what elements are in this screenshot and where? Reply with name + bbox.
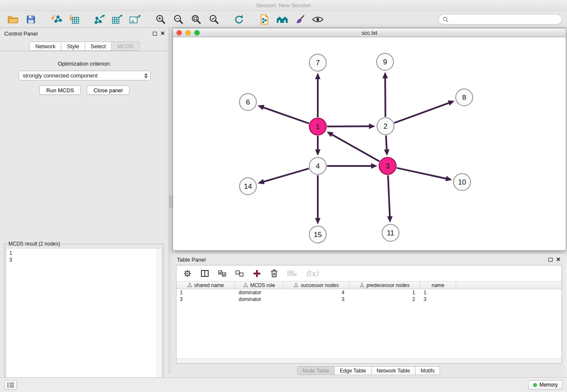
window-close-button[interactable]: ×	[176, 30, 182, 36]
column-label: name	[432, 282, 444, 288]
graph-node-label-9: 9	[383, 58, 387, 66]
refresh-layout-button[interactable]	[230, 13, 248, 26]
create-column-button[interactable]	[253, 269, 261, 278]
search-box[interactable]	[438, 14, 562, 25]
tab-node-table[interactable]: Node Table	[297, 366, 335, 375]
cell-name[interactable]: 1	[420, 290, 456, 295]
table-row[interactable]: 3 dominator 3 2 3	[176, 296, 561, 303]
graph-edge-arrowhead-4-15	[315, 218, 321, 224]
cell-shared-name[interactable]: 1	[176, 290, 235, 295]
column-header-successor-nodes[interactable]: successor nodes	[284, 282, 350, 289]
window-maximize-button[interactable]: +	[194, 30, 200, 36]
tab-edge-table[interactable]: Edge Table	[335, 366, 372, 375]
cell-shared-name[interactable]: 3	[176, 296, 235, 302]
network-view-canvas-container: 7968124314101511	[173, 37, 566, 250]
new-network-button[interactable]	[91, 13, 108, 26]
graph-node-label-10: 10	[458, 178, 466, 186]
checked-boxes-icon	[218, 269, 226, 278]
delete-table-button[interactable]	[287, 270, 297, 277]
tab-network[interactable]: Network	[29, 41, 61, 51]
graph-edge-2-9[interactable]	[385, 77, 385, 117]
select-all-columns-button[interactable]	[218, 269, 226, 278]
export-image-button[interactable]	[126, 13, 144, 26]
zoom-selected-button[interactable]	[205, 13, 223, 26]
graph-edge-arrowhead-2-3	[384, 149, 389, 156]
task-history-button[interactable]	[4, 380, 17, 390]
node-table-container: f(x) shared name MCDS role successor nod…	[176, 265, 562, 364]
column-header-mcds-role[interactable]: MCDS role	[235, 282, 284, 289]
graph-edge-2-3[interactable]	[386, 135, 387, 150]
graph-edge-3-1[interactable]	[331, 134, 380, 161]
graph-edge-1-2[interactable]	[327, 126, 370, 127]
cell-predecessor-nodes[interactable]: 1	[350, 290, 420, 295]
close-panel-button[interactable]: Close panel	[87, 86, 129, 95]
float-panel-icon[interactable]	[153, 32, 157, 36]
graph-edge-arrowhead-2-8	[448, 100, 454, 105]
cell-mcds-role[interactable]: dominator	[235, 296, 284, 302]
column-header-predecessor-nodes[interactable]: predecessor nodes	[350, 282, 420, 289]
cell-mcds-role[interactable]: dominator	[235, 290, 284, 295]
table-header-row: shared name MCDS role successor nodes pr…	[176, 281, 561, 289]
graph-node-label-2: 2	[383, 122, 387, 130]
table-settings-button[interactable]	[183, 269, 192, 278]
table-horizontal-scrollbar[interactable]	[176, 358, 561, 363]
table-row[interactable]: 1 dominator 4 1 1	[176, 289, 561, 296]
graph-edge-3-11[interactable]	[388, 175, 390, 217]
clone-network-button[interactable]	[256, 13, 273, 26]
apply-style-button[interactable]	[291, 13, 309, 26]
gear-icon	[183, 269, 192, 278]
memory-button[interactable]: Memory	[528, 380, 563, 390]
import-table-button[interactable]	[65, 13, 83, 26]
splitter-grip-icon[interactable]	[169, 196, 173, 207]
result-scrollbar[interactable]	[157, 248, 162, 392]
tab-network-table[interactable]: Network Table	[372, 366, 416, 375]
close-panel-icon[interactable]: ×	[161, 30, 165, 36]
zoom-out-icon	[173, 14, 184, 25]
cell-predecessor-nodes[interactable]: 2	[350, 296, 420, 302]
tab-style[interactable]: Style	[61, 41, 85, 51]
graph-edge-arrowhead-1-7	[315, 73, 321, 79]
control-panel-tabs: Network Style Select MCDS	[0, 39, 169, 51]
network-window-titlebar[interactable]: × − + scc.txt	[173, 28, 566, 37]
graph-edge-4-14[interactable]	[263, 168, 309, 182]
cell-successor-nodes[interactable]: 4	[284, 290, 350, 295]
network-canvas[interactable]: 7968124314101511	[173, 37, 566, 250]
mcds-result-area[interactable]: 1 3	[6, 248, 162, 392]
tab-select[interactable]: Select	[85, 41, 112, 51]
vertical-splitter[interactable]	[169, 28, 173, 374]
import-network-button[interactable]	[47, 13, 65, 26]
zoom-in-button[interactable]	[151, 13, 169, 26]
tab-motifs[interactable]: Motifs	[416, 366, 440, 375]
column-type-icon	[243, 283, 248, 287]
zoom-fit-button[interactable]	[187, 13, 205, 26]
column-header-name[interactable]: name	[420, 282, 456, 289]
zoom-out-button[interactable]	[169, 13, 187, 26]
function-builder-button[interactable]: f(x)	[306, 269, 318, 278]
column-header-shared-name[interactable]: shared name	[176, 282, 235, 289]
tab-mcds[interactable]: MCDS	[112, 41, 139, 51]
save-session-button[interactable]	[22, 13, 40, 26]
deselect-all-columns-button[interactable]	[235, 269, 244, 278]
search-input[interactable]	[451, 16, 558, 22]
first-neighbors-button[interactable]	[273, 13, 291, 26]
run-mcds-button[interactable]: Run MCDS	[39, 86, 81, 95]
export-table-button[interactable]	[108, 13, 126, 26]
criterion-select[interactable]: strongly connected component	[19, 71, 151, 80]
graph-edge-3-10[interactable]	[397, 168, 447, 179]
zoom-fit-icon	[191, 14, 201, 25]
zoom-in-icon	[155, 14, 166, 25]
window-minimize-button[interactable]: −	[185, 30, 191, 36]
show-columns-button[interactable]	[201, 269, 209, 278]
cell-name[interactable]: 3	[420, 296, 456, 302]
status-bar: Memory	[0, 377, 567, 392]
column-header-filler	[456, 282, 561, 289]
graph-edge-2-8[interactable]	[394, 103, 450, 123]
close-table-panel-icon[interactable]: ×	[556, 257, 560, 262]
delete-column-button[interactable]	[270, 269, 278, 278]
import-table-icon	[69, 14, 80, 25]
graph-edge-1-6[interactable]	[263, 107, 309, 123]
cell-successor-nodes[interactable]: 3	[284, 296, 350, 302]
float-table-panel-icon[interactable]	[548, 258, 553, 262]
show-graphics-button[interactable]	[309, 13, 327, 26]
open-session-button[interactable]	[4, 13, 22, 26]
